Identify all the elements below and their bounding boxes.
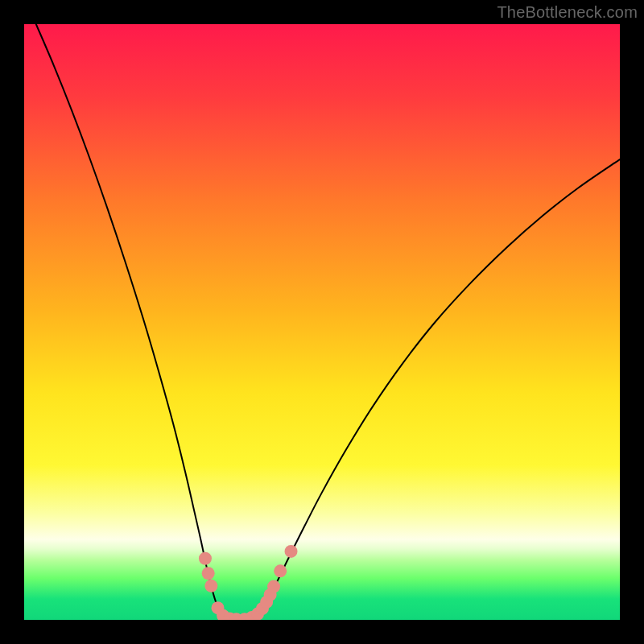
background-gradient bbox=[24, 24, 620, 620]
plot-svg bbox=[24, 24, 620, 620]
plot-area bbox=[24, 24, 620, 620]
marker-dot bbox=[199, 552, 212, 565]
chart-frame: TheBottleneck.com bbox=[0, 0, 644, 644]
watermark-text: TheBottleneck.com bbox=[497, 3, 638, 22]
marker-dot bbox=[204, 580, 217, 592]
marker-dot bbox=[274, 564, 287, 577]
marker-dot bbox=[285, 545, 298, 558]
marker-dot bbox=[267, 580, 280, 593]
marker-dot bbox=[202, 567, 215, 580]
